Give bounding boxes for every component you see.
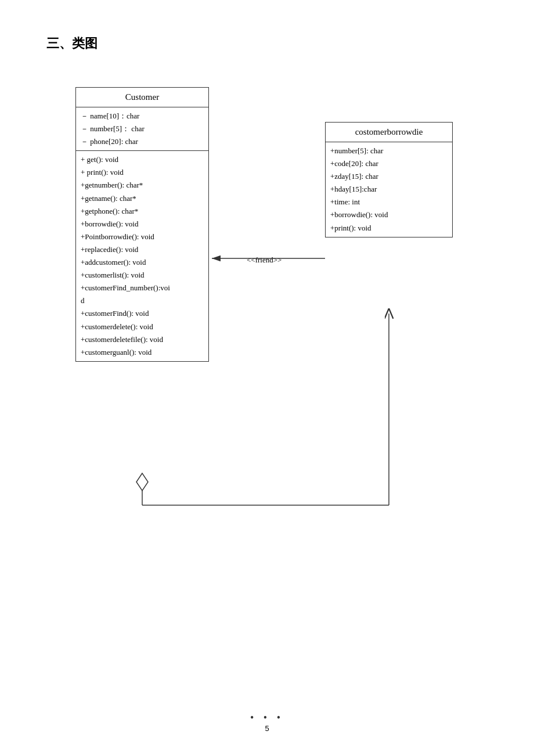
- section-title: 三、类图: [46, 35, 488, 52]
- customer-method-replacedie: +replacedie(): void: [81, 243, 204, 256]
- diagram-area: Customer － name[10]：char － number[5]： ch…: [46, 87, 488, 540]
- customer-class-header: Customer: [76, 88, 208, 107]
- costomer-method-borrowdie: +borrowdie(): void: [330, 208, 448, 221]
- customer-method-getname: +getname(): char*: [81, 192, 204, 205]
- customer-methods: + get(): void + print(): void +getnumber…: [76, 151, 208, 361]
- customer-method-print: + print(): void: [81, 166, 204, 179]
- customer-method-getnumber: +getnumber(): char*: [81, 179, 204, 192]
- customer-method-customerdeletefile: +customerdeletefile(): void: [81, 333, 204, 346]
- costomer-field-code: +code[20]: char: [330, 157, 448, 170]
- customer-method-addcustomer: +addcustomer(): void: [81, 256, 204, 269]
- customer-method-borrowdie: +borrowdie(): void: [81, 218, 204, 231]
- customer-method-pointborrowdie: +Pointborrowdie(): void: [81, 231, 204, 243]
- svg-marker-4: [136, 473, 148, 491]
- customer-field-name: － name[10]：char: [81, 110, 204, 123]
- customer-method-customerguanl: +customerguanl(): void: [81, 346, 204, 359]
- costomer-method-print: +print(): void: [330, 222, 448, 235]
- customer-class-box: Customer － name[10]：char － number[5]： ch…: [75, 87, 209, 362]
- costomer-field-zday: +zday[15]: char: [330, 170, 448, 183]
- friend-label: <<friend>>: [247, 255, 282, 265]
- page: 三、类图 Customer － name[10]：char － number[5…: [0, 0, 534, 756]
- costomer-class-box: costomerborrowdie +number[5]: char +code…: [325, 122, 453, 237]
- customer-field-number: － number[5]： char: [81, 123, 204, 135]
- customer-method-customerlist: +customerlist(): void: [81, 269, 204, 282]
- footer-dots: • • •: [0, 712, 534, 724]
- page-footer: • • • 5: [0, 712, 534, 733]
- customer-method-customerfind-number-cont: d: [81, 294, 204, 307]
- customer-private-fields: － name[10]：char － number[5]： char － phon…: [76, 107, 208, 151]
- footer-page-number: 5: [0, 724, 534, 733]
- customer-method-get: + get(): void: [81, 153, 204, 166]
- costomer-class-header: costomerborrowdie: [326, 123, 452, 142]
- costomer-field-hday: +hday[15]:char: [330, 183, 448, 196]
- costomer-field-time: +time: int: [330, 196, 448, 208]
- customer-method-customerfind-number: +customerFind_number():voi: [81, 282, 204, 294]
- customer-method-customerdelete: +customerdelete(): void: [81, 321, 204, 333]
- costomer-field-number: +number[5]: char: [330, 145, 448, 157]
- customer-field-phone: － phone[20]: char: [81, 135, 204, 148]
- costomer-fields: +number[5]: char +code[20]: char +zday[1…: [326, 142, 452, 237]
- customer-method-customerfind: +customerFind(): void: [81, 307, 204, 320]
- customer-method-getphone: +getphone(): char*: [81, 205, 204, 218]
